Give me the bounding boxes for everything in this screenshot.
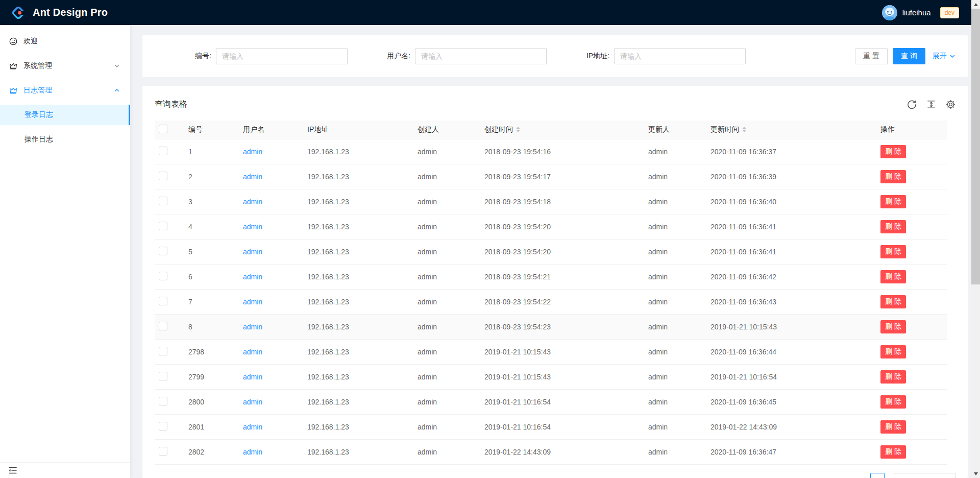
query-button[interactable]: 查 询 — [893, 48, 925, 64]
delete-button[interactable]: 删 除 — [880, 145, 906, 158]
cell-updater: admin — [640, 264, 702, 289]
row-checkbox[interactable] — [159, 197, 167, 205]
username-link[interactable]: admin — [243, 448, 262, 456]
username-link[interactable]: admin — [243, 348, 262, 356]
username-field-input[interactable] — [415, 48, 547, 64]
cell-updated-time: 2020-11-09 16:36:45 — [702, 389, 872, 414]
cell-creator: admin — [409, 189, 476, 214]
cell-ip: 192.168.1.23 — [299, 289, 409, 314]
delete-button[interactable]: 删 除 — [880, 345, 906, 358]
cell-updater: admin — [640, 439, 702, 464]
page-size-select[interactable] — [894, 473, 955, 478]
username-link[interactable]: admin — [243, 198, 262, 206]
cell-creator: admin — [409, 214, 476, 239]
row-checkbox[interactable] — [159, 147, 167, 155]
sidebar-item-log-mgmt[interactable]: 日志管理 — [0, 80, 130, 101]
row-checkbox[interactable] — [159, 297, 167, 305]
main-content: 编号: 用户名: IP地址: 重 置 查 询 — [130, 25, 980, 478]
username-link[interactable]: admin — [243, 173, 262, 181]
delete-button[interactable]: 删 除 — [880, 170, 906, 183]
app-logo[interactable]: Ant Design Pro — [10, 5, 108, 21]
username-link[interactable]: admin — [243, 298, 262, 306]
table-row: 2801 admin 192.168.1.23 admin 2019-01-21… — [155, 414, 947, 439]
cell-id: 2798 — [180, 339, 235, 364]
cell-created-time: 2018-09-23 19:54:22 — [476, 289, 640, 314]
username-link[interactable]: admin — [243, 423, 262, 431]
sidebar-item-system-mgmt[interactable]: 系统管理 — [0, 56, 130, 76]
username-link[interactable]: admin — [243, 248, 262, 256]
delete-button[interactable]: 删 除 — [880, 370, 906, 384]
scrollbar-thumb[interactable] — [971, 9, 980, 284]
cell-updated-time: 2020-11-09 16:36:37 — [702, 139, 872, 164]
username-link[interactable]: admin — [243, 273, 262, 281]
ip-field-label: IP地址: — [553, 52, 614, 61]
row-checkbox[interactable] — [159, 447, 167, 456]
row-checkbox[interactable] — [159, 347, 167, 355]
row-checkbox[interactable] — [159, 322, 167, 330]
cell-updater: admin — [640, 414, 702, 439]
delete-button[interactable]: 删 除 — [880, 395, 906, 409]
cell-id: 8 — [180, 314, 235, 339]
search-form: 编号: 用户名: IP地址: 重 置 查 询 — [155, 48, 955, 64]
app-window: Ant Design Pro liufeihua dev — [0, 0, 980, 478]
username-link[interactable]: admin — [243, 148, 262, 156]
delete-button[interactable]: 删 除 — [880, 270, 906, 283]
column-header-created[interactable]: 创建时间 — [476, 121, 640, 139]
cell-created-time: 2019-01-21 10:15:43 — [476, 339, 640, 364]
user-menu[interactable]: liufeihua dev — [882, 5, 959, 20]
delete-button[interactable]: 删 除 — [880, 295, 906, 308]
ip-field-input[interactable] — [614, 48, 746, 64]
vertical-scrollbar[interactable] — [971, 0, 980, 478]
reset-button[interactable]: 重 置 — [855, 48, 888, 64]
column-height-icon[interactable] — [926, 99, 936, 109]
delete-button[interactable]: 删 除 — [880, 195, 906, 208]
table-body: 1 admin 192.168.1.23 admin 2018-09-23 19… — [155, 139, 947, 464]
pagination-page-1[interactable] — [870, 473, 885, 478]
delete-button[interactable]: 删 除 — [880, 420, 906, 434]
row-checkbox[interactable] — [159, 422, 167, 431]
chevron-down-icon — [949, 53, 955, 59]
row-checkbox[interactable] — [159, 172, 167, 180]
user-avatar[interactable] — [882, 5, 897, 20]
cell-updater: admin — [640, 339, 702, 364]
menu-fold-icon[interactable] — [8, 466, 17, 475]
delete-button[interactable]: 删 除 — [880, 320, 906, 333]
select-all-checkbox[interactable] — [159, 125, 167, 133]
ant-design-logo-icon — [10, 5, 27, 21]
sidebar-item-operation-log[interactable]: 操作日志 — [0, 129, 130, 150]
id-field-input[interactable] — [216, 48, 348, 64]
cell-updated-time: 2020-11-09 16:36:44 — [702, 339, 872, 364]
username-link[interactable]: admin — [243, 398, 262, 406]
username-link[interactable]: admin — [243, 323, 262, 331]
row-checkbox[interactable] — [159, 247, 167, 255]
cell-created-time: 2019-01-21 10:15:43 — [476, 364, 640, 389]
row-checkbox[interactable] — [159, 222, 167, 230]
row-checkbox[interactable] — [159, 272, 167, 280]
cell-creator: admin — [409, 164, 476, 189]
scroll-down-icon[interactable] — [971, 469, 980, 478]
row-checkbox[interactable] — [159, 372, 167, 380]
cell-updater: admin — [640, 289, 702, 314]
delete-button[interactable]: 删 除 — [880, 245, 906, 258]
reload-icon[interactable] — [906, 99, 917, 109]
sidebar-item-welcome[interactable]: 欢迎 — [0, 31, 130, 52]
field-group-ip: IP地址: — [553, 48, 752, 64]
field-group-username: 用户名: — [354, 48, 553, 64]
cell-updated-time: 2020-11-09 16:36:40 — [702, 189, 872, 214]
scroll-up-icon[interactable] — [971, 0, 980, 9]
cell-created-time: 2018-09-23 19:54:18 — [476, 189, 640, 214]
column-header-updated[interactable]: 更新时间 — [702, 121, 872, 139]
cell-id: 5 — [180, 239, 235, 264]
cell-id: 7 — [180, 289, 235, 314]
expand-link[interactable]: 展开 — [933, 52, 955, 61]
username-link[interactable]: admin — [243, 223, 262, 231]
delete-button[interactable]: 删 除 — [880, 445, 906, 459]
row-checkbox[interactable] — [159, 397, 167, 405]
setting-icon[interactable] — [945, 99, 955, 109]
cell-id: 2802 — [180, 439, 235, 464]
cell-ip: 192.168.1.23 — [299, 414, 409, 439]
cell-ip: 192.168.1.23 — [299, 339, 409, 364]
username-link[interactable]: admin — [243, 373, 262, 381]
delete-button[interactable]: 删 除 — [880, 220, 906, 233]
sidebar-item-login-log[interactable]: 登录日志 — [0, 105, 130, 125]
